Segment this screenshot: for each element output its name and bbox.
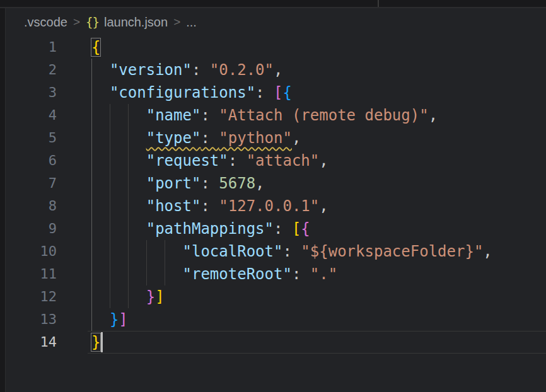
line-number[interactable]: 14 (6, 331, 57, 354)
code-token: : (200, 107, 219, 124)
code-line-7[interactable]: 7 "port": 5678, (6, 172, 546, 195)
code-token (91, 129, 146, 147)
breadcrumb-folder[interactable]: .vscode (24, 15, 67, 30)
code-token: : (200, 175, 219, 192)
indent-guide (128, 149, 129, 172)
code-token: } (146, 288, 155, 306)
code-token: ] (119, 311, 127, 328)
code-line-14[interactable]: 14} (6, 331, 546, 354)
code-token: : (200, 197, 219, 215)
indent-guide (91, 127, 92, 149)
code-token: "${workspaceFolder}" (301, 243, 483, 260)
panel-edge (0, 8, 6, 392)
code-token: 5678 (219, 175, 255, 192)
indent-guide (91, 81, 92, 104)
code-token: : (274, 220, 292, 238)
code-line-10[interactable]: 10 "localRoot": "${workspaceFolder}", (6, 240, 546, 263)
line-number[interactable]: 3 (6, 81, 57, 104)
line-number[interactable]: 6 (6, 149, 57, 172)
code-line-13[interactable]: 13 }] (6, 308, 546, 331)
line-number[interactable]: 12 (6, 285, 57, 308)
indent-guide (128, 263, 129, 285)
code-content: }] (91, 285, 546, 308)
code-line-9[interactable]: 9 "pathMappings": [{ (6, 217, 546, 240)
line-number[interactable]: 1 (6, 36, 57, 59)
code-content: } (91, 331, 546, 354)
indent-guide (91, 195, 92, 217)
code-line-4[interactable]: 4 "name": "Attach (remote debug)", (6, 104, 546, 127)
line-number[interactable]: 9 (6, 217, 57, 240)
indent-guide (128, 217, 129, 240)
code-content: "configurations": [{ (91, 81, 546, 104)
code-content: "type": "python", (91, 127, 546, 149)
code-editor[interactable]: 1{2 "version": "0.2.0",3 "configurations… (6, 36, 546, 354)
indent-guide (165, 263, 165, 285)
line-number[interactable]: 2 (6, 59, 57, 81)
indent-guide (91, 59, 92, 81)
code-token: [ (292, 220, 301, 238)
code-token: , (255, 175, 264, 192)
code-token (91, 288, 146, 306)
line-number[interactable]: 10 (6, 240, 57, 263)
code-token: "Attach (remote debug)" (219, 107, 428, 124)
line-number[interactable]: 4 (6, 104, 57, 127)
code-token: : (282, 243, 301, 260)
indent-guide (91, 240, 92, 263)
code-content: "request": "attach", (91, 149, 546, 172)
code-line-5[interactable]: 5 "type": "python", (6, 127, 546, 149)
indent-guide (128, 240, 129, 263)
line-number[interactable]: 11 (6, 263, 57, 285)
code-token (91, 175, 146, 192)
line-number[interactable]: 7 (6, 172, 57, 195)
code-token: "python" (219, 129, 292, 147)
code-token: "localRoot" (183, 243, 283, 260)
code-content: "localRoot": "${workspaceFolder}", (91, 240, 546, 263)
code-line-1[interactable]: 1{ (6, 36, 546, 59)
code-line-2[interactable]: 2 "version": "0.2.0", (6, 59, 546, 81)
breadcrumb-symbol-overflow[interactable]: ... (186, 15, 197, 30)
code-token (91, 107, 146, 124)
code-token: , (319, 152, 328, 170)
indent-guide (128, 172, 129, 195)
code-line-8[interactable]: 8 "host": "127.0.0.1", (6, 195, 546, 217)
text-cursor (101, 332, 103, 352)
code-content: "version": "0.2.0", (91, 59, 546, 81)
breadcrumb-file[interactable]: launch.json (104, 15, 168, 30)
code-content: "pathMappings": [{ (91, 217, 546, 240)
indent-guide (110, 127, 110, 149)
code-content: "remoteRoot": "." (91, 263, 546, 285)
code-token (91, 220, 146, 238)
line-number[interactable]: 8 (6, 195, 57, 217)
indent-guide (128, 195, 129, 217)
code-token (91, 61, 110, 79)
indent-guide (91, 104, 92, 127)
code-token: "configurations" (110, 84, 255, 101)
code-token: "pathMappings" (146, 220, 274, 238)
code-line-12[interactable]: 12 }] (6, 285, 546, 308)
code-content: "name": "Attach (remote debug)", (91, 104, 546, 127)
indent-guide (110, 149, 110, 172)
line-number[interactable]: 5 (6, 127, 57, 149)
indent-guide (110, 195, 110, 217)
code-line-11[interactable]: 11 "remoteRoot": "." (6, 263, 546, 285)
code-content: { (91, 36, 546, 59)
indent-guide (110, 263, 110, 285)
code-token (91, 311, 110, 328)
code-token: "type" (146, 129, 201, 147)
indent-guide (128, 104, 129, 127)
tab-bar (0, 0, 546, 8)
code-token: "remoteRoot" (183, 265, 292, 283)
indent-guide (91, 308, 92, 331)
code-line-3[interactable]: 3 "configurations": [{ (6, 81, 546, 104)
code-token: , (319, 197, 328, 215)
code-token: "0.2.0" (210, 61, 274, 79)
indent-guide (110, 217, 110, 240)
indent-guide (128, 285, 129, 308)
breadcrumb: .vscode > {} launch.json > ... (6, 8, 546, 36)
code-token: "request" (146, 152, 228, 170)
line-number[interactable]: 13 (6, 308, 57, 331)
code-content: "port": 5678, (91, 172, 546, 195)
code-token: "version" (110, 61, 192, 79)
code-line-6[interactable]: 6 "request": "attach", (6, 149, 546, 172)
indent-guide (91, 217, 92, 240)
